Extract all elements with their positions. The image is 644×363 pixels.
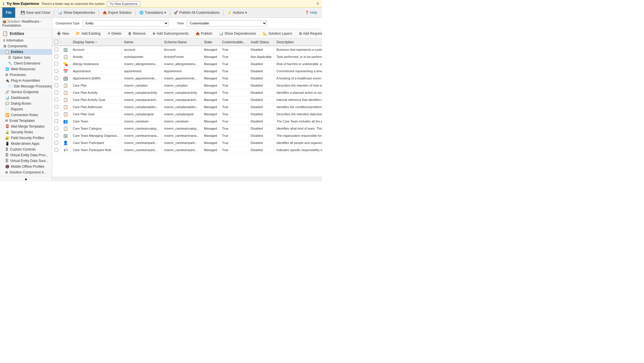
- row-checkbox-cell[interactable]: [52, 104, 61, 111]
- sidebar-item-model-drivenapps[interactable]: 📱Model-driven Apps: [0, 141, 52, 147]
- actions-button[interactable]: ⚡ Actions ▾: [225, 9, 249, 16]
- row-checkbox-cell[interactable]: [52, 82, 61, 89]
- sidebar-item-dashboards[interactable]: 📊Dashboards: [0, 95, 52, 101]
- table-row[interactable]: 👤 Care Team Participant msemr_careteampa…: [52, 139, 322, 147]
- row-checkbox[interactable]: [54, 134, 58, 137]
- add-required-button[interactable]: ⊞ Add Required Components: [297, 30, 322, 37]
- row-checkbox-cell[interactable]: [52, 46, 61, 53]
- table-row[interactable]: 👥 Care Team msemr_careteam msemr_caretea…: [52, 118, 322, 125]
- row-checkbox-cell[interactable]: [52, 132, 61, 139]
- solution-layers-button[interactable]: 📐 Solution Layers: [261, 30, 294, 37]
- sidebar-item-dialogboxes[interactable]: 💬Dialog Boxes: [0, 101, 52, 106]
- table-row[interactable]: 📋 Care Plan Goal msemr_careplangoal msem…: [52, 111, 322, 118]
- description-header[interactable]: Description ↻: [274, 38, 322, 46]
- row-checkbox-cell[interactable]: [52, 68, 61, 75]
- show-dep-button[interactable]: 📊 Show Dependencies: [217, 30, 258, 37]
- sidebar-item-optionsets[interactable]: ☰Option Sets: [0, 55, 52, 61]
- publish-button[interactable]: 📤 Publish: [193, 30, 214, 37]
- sidebar-item-fieldsecurityprofile[interactable]: 🔐Field Security Profiles: [0, 135, 52, 141]
- audit-status-header[interactable]: Audit Status: [248, 38, 274, 46]
- table-row[interactable]: 💊 Allergy Intolerance msemr_allergyintol…: [52, 61, 322, 68]
- row-checkbox-cell[interactable]: [52, 89, 61, 96]
- view-select[interactable]: Customizable: [187, 20, 267, 26]
- row-checkbox-cell[interactable]: [52, 61, 61, 68]
- row-checkbox[interactable]: [54, 98, 58, 102]
- remove-button[interactable]: 🗑 Remove: [126, 30, 148, 37]
- table-row[interactable]: 🏢 Account account Account Managed True D…: [52, 46, 322, 53]
- sidebar-item-virtualentitydatasou[interactable]: 🗄Virtual Entity Data Sour...: [0, 158, 52, 164]
- row-checkbox-cell[interactable]: [52, 75, 61, 82]
- show-dependencies-button[interactable]: 📊 Show Dependencies: [56, 9, 97, 16]
- row-checkbox-cell[interactable]: [52, 125, 61, 132]
- sidebar-item-components[interactable]: ⊞Components: [0, 43, 52, 49]
- banner-close-icon[interactable]: ×: [317, 1, 319, 6]
- select-all-checkbox-header[interactable]: [52, 38, 61, 46]
- row-checkbox[interactable]: [54, 112, 58, 116]
- translations-button[interactable]: 🌐 Translations ▾: [137, 9, 168, 16]
- sidebar-item-processes[interactable]: ⚙Processes: [0, 72, 52, 78]
- row-checkbox-cell[interactable]: [52, 118, 61, 125]
- table-row[interactable]: 📋 Care Plan msemr_careplan msemr_carepla…: [52, 82, 322, 89]
- sidebar-item-entities[interactable]: 📋Entities: [0, 49, 52, 55]
- sidebar-item-clientextensions[interactable]: 🔧Client Extensions: [0, 61, 52, 66]
- add-subcomponents-button[interactable]: ⊕ Add Subcomponents: [150, 30, 191, 37]
- sidebar-item-information[interactable]: ℹInformation: [0, 38, 52, 43]
- row-checkbox[interactable]: [54, 62, 58, 66]
- entities-table-container[interactable]: Display Name ↑ Name Schema Name State Cu…: [52, 38, 322, 177]
- schema-name-header[interactable]: Schema Name: [162, 38, 202, 46]
- sidebar-item-webresources[interactable]: 🌐Web Resources: [0, 66, 52, 72]
- sidebar-item-customcontrols[interactable]: 🎛Custom Controls: [0, 147, 52, 152]
- save-close-button[interactable]: 💾 Save and Close: [19, 9, 52, 16]
- component-type-select[interactable]: Entity: [83, 20, 169, 26]
- sidebar-item-serviceendpoints[interactable]: 🔗Service Endpoints: [0, 89, 52, 95]
- table-row[interactable]: 📋 Care Plan Activity msemr_careplanactiv…: [52, 89, 322, 96]
- row-checkbox[interactable]: [54, 91, 58, 94]
- horizontal-scrollbar[interactable]: [52, 177, 322, 182]
- state-header[interactable]: State: [202, 38, 220, 46]
- sidebar-item-mobileofflineprofile[interactable]: 📵Mobile Offline Profiles: [0, 164, 52, 169]
- publish-all-button[interactable]: 🚀 Publish All Customizations: [172, 9, 222, 16]
- row-checkbox-cell[interactable]: [52, 139, 61, 147]
- add-existing-button[interactable]: 📂 Add Existing: [74, 30, 103, 37]
- delete-button[interactable]: ✕ Delete: [105, 30, 124, 37]
- row-checkbox[interactable]: [54, 141, 58, 145]
- row-checkbox[interactable]: [54, 55, 58, 58]
- sidebar-item-emailtemplates[interactable]: ✉Email Templates: [0, 118, 52, 124]
- new-button[interactable]: ➕ New: [54, 30, 71, 37]
- row-checkbox-cell[interactable]: [52, 147, 61, 154]
- sidebar-item-securityroles[interactable]: 🔒Security Roles: [0, 129, 52, 135]
- table-row[interactable]: 🏢 Care Team Managing Organiza... msemr_c…: [52, 132, 322, 139]
- table-row[interactable]: 📋 Care Team Category msemr_careteamcateg…: [52, 125, 322, 132]
- table-row[interactable]: 🏷 Care Team Participant Role msemr_caret…: [52, 147, 322, 154]
- sidebar-item-reports[interactable]: 📄Reports: [0, 106, 52, 112]
- row-checkbox-cell[interactable]: [52, 111, 61, 118]
- sidebar-scroll-up[interactable]: ▲: [0, 176, 52, 182]
- sidebar-item-plug-inassemblies[interactable]: 🔌Plug-in Assemblies: [0, 78, 52, 83]
- try-new-experience-button[interactable]: Try New Experience: [107, 1, 140, 6]
- table-row[interactable]: 📋 Activity activitypointer ActivityPoint…: [52, 53, 322, 61]
- row-checkbox-cell[interactable]: [52, 53, 61, 61]
- export-solution-button[interactable]: 📤 Export Solution: [101, 9, 133, 16]
- table-row[interactable]: 📋 Care Plan Addresses msemr_careplanaddr…: [52, 104, 322, 111]
- display-name-header[interactable]: Display Name ↑: [71, 38, 122, 46]
- table-row[interactable]: 🏥 Appointment (EMR) msemr_appointmente..…: [52, 75, 322, 82]
- sidebar-item-solutioncomponenta..[interactable]: ⊕Solution Component A...: [0, 169, 52, 175]
- sidebar-item-connectionroles[interactable]: 🔁Connection Roles: [0, 112, 52, 118]
- customizable-header[interactable]: Customizable...: [220, 38, 248, 46]
- table-row[interactable]: 📋 Care Plan Activity Goal msemr_careplan…: [52, 96, 322, 104]
- row-checkbox-cell[interactable]: [52, 96, 61, 104]
- sidebar-item-virtualentitydatapro[interactable]: 🗄Virtual Entity Data Prov...: [0, 152, 52, 158]
- sidebar-item-mailmergetemplates[interactable]: 📮Mail Merge Templates: [0, 124, 52, 129]
- row-checkbox[interactable]: [54, 83, 58, 87]
- file-button[interactable]: File: [2, 7, 15, 18]
- row-checkbox[interactable]: [54, 105, 58, 109]
- select-all-checkbox[interactable]: [54, 40, 58, 44]
- row-checkbox[interactable]: [54, 148, 58, 152]
- row-checkbox[interactable]: [54, 69, 58, 73]
- row-checkbox[interactable]: [54, 126, 58, 130]
- row-checkbox[interactable]: [54, 48, 58, 51]
- help-button[interactable]: ❓ Help: [302, 9, 320, 16]
- row-checkbox[interactable]: [54, 76, 58, 80]
- sidebar-item-sdkmessageprocessing[interactable]: 📨Sdk Message Processing...: [0, 83, 52, 89]
- row-checkbox[interactable]: [54, 119, 58, 123]
